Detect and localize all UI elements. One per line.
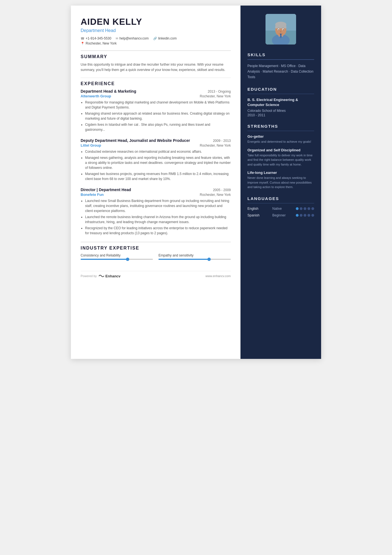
expertise-label-2: Empathy and sensitivity: [158, 253, 231, 257]
enhancv-logo-icon: [98, 274, 105, 278]
powered-by-text: Powered by: [81, 274, 97, 278]
exp-company-2: Littel Group: [81, 143, 101, 147]
language-row-1: English Native: [247, 207, 314, 211]
dot: [296, 207, 299, 210]
bullet-item: Cigdem lives in Istanbul with her cat . …: [85, 122, 231, 132]
exp-company-3: Bonefete Fun: [81, 193, 104, 197]
strengths-section: STRENGTHS Go-getter Energetic and determ…: [247, 124, 314, 189]
dot: [304, 214, 306, 217]
expertise-divider: [81, 242, 231, 242]
progress-dot-1: [126, 258, 129, 261]
exp-company-row-1: Altenwerth Group Rochester, New York: [81, 94, 231, 98]
bullet-item: Launched the remote business lending cha…: [85, 214, 231, 225]
svg-point-9: [278, 29, 279, 30]
exp-company-row-2: Littel Group Rochester, New York: [81, 143, 231, 147]
education-divider: [247, 94, 314, 94]
progress-fill-2: [158, 259, 209, 260]
exp-header-2: Deputy Department Head, Journalist and W…: [81, 138, 231, 143]
dot: [300, 214, 302, 217]
dot: [311, 214, 314, 217]
exp-dates-3: 2005 - 2009: [213, 188, 231, 192]
exp-location-3: Rochester, New York: [200, 193, 231, 197]
experience-section-title: EXPERIENCE: [81, 81, 231, 86]
location-icon: 📍: [81, 42, 85, 45]
summary-text: Use this opportunity to intrigue and dra…: [81, 62, 231, 73]
education-section-title: EDUCATION: [247, 87, 314, 92]
enhancv-logo: Enhancv: [98, 274, 120, 278]
lang-level-2: Beginner: [272, 213, 291, 217]
dot: [300, 207, 302, 210]
lang-dots-2: [296, 214, 314, 217]
exp-bullets-2: Conducted extensive researches on intern…: [81, 149, 231, 181]
email-contact: ✉ help@enhancv.com: [116, 36, 148, 40]
bullet-item: Managed two business projects, growing r…: [85, 171, 231, 181]
exp-job-title-3: Director | Department Head: [81, 188, 131, 192]
expertise-section-title: INDUSTRY EXPERTISE: [81, 246, 231, 251]
exp-bullets-1: Responsible for managing digital marketi…: [81, 100, 231, 132]
expertise-item-1: Consistency and Reliability: [81, 253, 153, 260]
dot: [296, 214, 299, 217]
education-school: Colorado School of Mines: [247, 109, 314, 113]
expertise-label-1: Consistency and Reliability: [81, 253, 153, 257]
strength-desc-1: Energetic and determined to achieve my g…: [247, 139, 314, 144]
exp-location-1: Rochester, New York: [200, 94, 231, 98]
strength-entry-1: Go-getter Energetic and determined to ac…: [247, 134, 314, 144]
strength-desc-3: Never done learning and always seeking t…: [247, 176, 314, 189]
bullet-item: Managing shared service approach at rela…: [85, 111, 231, 121]
bullet-item: Responsible for managing digital marketi…: [85, 100, 231, 110]
education-degree: B. S. Electrical Engineering & Computer …: [247, 97, 314, 107]
languages-divider: [247, 203, 314, 204]
exp-header-3: Director | Department Head 2005 - 2009: [81, 188, 231, 192]
progress-bar-1: [81, 259, 153, 260]
bullet-item: Managed news gathering, analysis and rep…: [85, 155, 231, 170]
experience-entry-1: Department Head & Marketing 2013 - Ongoi…: [81, 89, 231, 132]
footer-brand: Enhancv: [105, 274, 120, 278]
exp-company-row-3: Bonefete Fun Rochester, New York: [81, 193, 231, 197]
bullet-item: Recognized by the CEO for leading initia…: [85, 226, 231, 236]
expertise-item-2: Empathy and sensitivity: [158, 253, 231, 260]
exp-job-title-1: Department Head & Marketing: [81, 89, 136, 93]
exp-company-1: Altenwerth Group: [81, 94, 111, 98]
strength-name-1: Go-getter: [247, 134, 314, 139]
linkedin-contact: 🔗 linkedin.com: [153, 36, 177, 40]
strengths-section-title: STRENGTHS: [247, 124, 314, 129]
progress-fill-1: [81, 259, 128, 260]
profile-photo: [266, 14, 296, 45]
footer-powered: Powered by Enhancv: [81, 274, 120, 278]
exp-dates-1: 2013 - Ongoing: [208, 90, 231, 93]
contact-line-2: 📍 Rochester, New York: [81, 41, 231, 45]
strength-entry-3: Life-long Learner Never done learning an…: [247, 171, 314, 189]
phone-contact: ☎ +1-914-345-5530: [81, 36, 111, 40]
candidate-name: AIDEN KELLY: [81, 17, 231, 27]
bullet-item: Conducted extensive researches on intern…: [85, 149, 231, 154]
exp-bullets-3: Launched new Small Business Banking depa…: [81, 198, 231, 236]
languages-section: LANGUAGES English Native Spanish Beginne…: [247, 196, 314, 218]
education-section: EDUCATION B. S. Electrical Engineering &…: [247, 87, 314, 117]
summary-section-title: SUMMARY: [81, 54, 231, 59]
header-section: AIDEN KELLY Department Head ☎ +1-914-345…: [81, 17, 231, 45]
candidate-title: Department Head: [81, 28, 231, 33]
dot: [307, 214, 310, 217]
exp-dates-2: 2009 - 2013: [213, 139, 231, 143]
lang-level-1: Native: [272, 207, 291, 211]
photo-area: [247, 14, 314, 45]
language-row-2: Spanish Beginner: [247, 213, 314, 217]
lang-name-1: English: [247, 207, 267, 211]
experience-entry-2: Deputy Department Head, Journalist and W…: [81, 138, 231, 181]
dot: [307, 207, 310, 210]
phone-icon: ☎: [81, 37, 85, 40]
strength-desc-2: Take full responsibility to deliver my w…: [247, 153, 314, 167]
contact-line-1: ☎ +1-914-345-5530 ✉ help@enhancv.com 🔗 l…: [81, 36, 231, 40]
skills-text: People Management · MS Office · Data Ana…: [247, 63, 314, 80]
footer-website: www.enhancv.com: [205, 274, 231, 278]
lang-name-2: Spanish: [247, 213, 267, 217]
footer: Powered by Enhancv www.enhancv.com: [81, 271, 231, 278]
progress-bar-2: [158, 259, 231, 260]
strength-entry-2: Organized and Self Disciplined Take full…: [247, 148, 314, 167]
education-dates: 2010 - 2011: [247, 113, 314, 117]
summary-divider: [81, 50, 231, 51]
skills-section: SKILLS People Management · MS Office · D…: [247, 52, 314, 80]
bullet-item: Launched new Small Business Banking depa…: [85, 198, 231, 213]
location-contact: 📍 Rochester, New York: [81, 41, 116, 45]
experience-divider: [81, 78, 231, 78]
